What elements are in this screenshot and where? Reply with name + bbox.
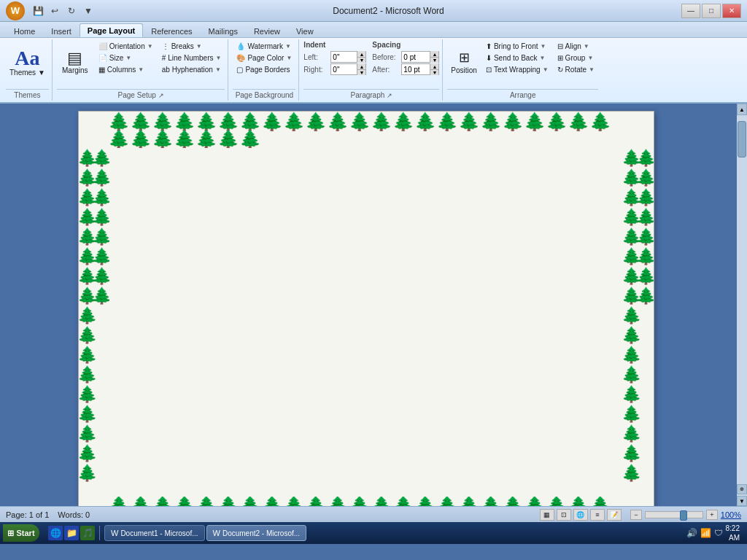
spacing-before-input[interactable]	[402, 53, 430, 61]
full-screen-btn[interactable]: ⊡	[557, 509, 571, 521]
indent-right-down[interactable]: ▼	[357, 69, 365, 75]
group-button[interactable]: ⊞ Group ▼	[554, 52, 598, 63]
ribbon-group-arrange: ⊞ Position ⬆ Bring to Front ▼ ⬇ Send to …	[444, 39, 601, 101]
columns-button[interactable]: ▦ Columns ▼	[95, 64, 157, 75]
tab-review[interactable]: Review	[246, 24, 288, 37]
zoom-slider-thumb[interactable]	[680, 510, 687, 521]
text-wrapping-label: Text Wrapping	[494, 66, 541, 74]
zoom-out-btn[interactable]: −	[630, 510, 642, 520]
rotate-button[interactable]: ↻ Rotate ▼	[554, 64, 598, 75]
ie-btn[interactable]: 🌐	[48, 526, 63, 540]
ribbon-group-themes: Aa Themes ▼ Themes	[3, 39, 53, 101]
office-button[interactable]: W	[6, 1, 25, 20]
bring-to-front-button[interactable]: ⬆ Bring to Front ▼	[482, 41, 552, 52]
indent-left-down[interactable]: ▼	[357, 57, 365, 63]
spacing-after-down[interactable]: ▼	[430, 69, 438, 75]
zoom-controls: − + 100%	[630, 510, 741, 520]
main-content: Home Insert Page Layout References Maili…	[0, 22, 747, 522]
spacing-before-up[interactable]: ▲	[430, 51, 438, 57]
zoom-in-btn[interactable]: +	[706, 510, 718, 520]
explorer-btn[interactable]: 📁	[64, 526, 79, 540]
tab-page-layout[interactable]: Page Layout	[80, 23, 143, 37]
indent-right-field[interactable]: ▲ ▼	[330, 63, 366, 75]
zoom-level[interactable]: 100%	[721, 510, 741, 519]
minimize-button[interactable]: —	[681, 4, 700, 18]
rotate-icon: ↻	[557, 66, 563, 74]
maximize-button[interactable]: □	[702, 4, 721, 18]
draft-btn[interactable]: 📝	[607, 509, 622, 521]
clock-time: 8:22	[726, 524, 740, 533]
tab-insert[interactable]: Insert	[43, 24, 80, 37]
customize-quick-btn[interactable]: ▼	[81, 4, 96, 18]
quick-launch: 🌐 📁 🎵	[48, 526, 95, 540]
scroll-up-arrow[interactable]: ▲	[737, 104, 747, 115]
themes-button[interactable]: Aa Themes ▼	[6, 41, 49, 85]
tree-icon-bottom: 🌲🌲🌲🌲🌲🌲🌲🌲🌲🌲🌲🌲🌲🌲🌲🌲🌲🌲🌲🌲🌲🌲🌲🌲🌲🌲🌲🌲🌲🌲	[108, 497, 624, 506]
paragraph-group-label: Paragraph ↗	[303, 89, 439, 99]
tab-references[interactable]: References	[143, 24, 200, 37]
page-color-button[interactable]: 🎨 Page Color ▼	[233, 52, 295, 63]
indent-left-field[interactable]: ▲ ▼	[330, 51, 366, 63]
watermark-button[interactable]: 💧 Watermark ▼	[233, 41, 295, 52]
outline-btn[interactable]: ≡	[590, 509, 605, 521]
margins-button[interactable]: ▤ Margins	[57, 41, 93, 85]
hyphenation-icon: ab	[162, 66, 170, 74]
align-icon: ⊟	[557, 42, 563, 50]
view-buttons: ▦ ⊡ 🌐 ≡ 📝	[540, 509, 622, 521]
tree-border-bottom: 🌲🌲🌲🌲🌲🌲🌲🌲🌲🌲🌲🌲🌲🌲🌲🌲🌲🌲🌲🌲🌲🌲🌲🌲🌲🌲🌲🌲🌲🌲	[79, 497, 654, 506]
spacing-before-field[interactable]: ▲ ▼	[401, 51, 439, 63]
indent-left-up[interactable]: ▲	[357, 51, 365, 57]
line-numbers-button[interactable]: # Line Numbers ▼	[158, 52, 225, 63]
window-title: Document2 - Microsoft Word	[96, 6, 681, 16]
tray-icon-1[interactable]: 🔊	[686, 528, 697, 538]
indent-right-input[interactable]	[331, 66, 357, 74]
zoom-slider[interactable]	[645, 511, 703, 518]
scroll-thumb[interactable]	[738, 121, 746, 158]
scroll-track	[737, 115, 747, 484]
clock[interactable]: 8:22 AM	[726, 524, 740, 542]
send-to-back-button[interactable]: ⬇ Send to Back ▼	[482, 52, 552, 63]
arrange-col2: ⊟ Align ▼ ⊞ Group ▼ ↻ Rotate ▼	[554, 41, 598, 75]
close-button[interactable]: ✕	[722, 4, 741, 18]
spacing-after-up[interactable]: ▲	[430, 63, 438, 69]
ribbon-group-paragraph: Indent Left: ▲ ▼ Right:	[301, 39, 443, 101]
size-button[interactable]: 📄 Size ▼	[95, 52, 157, 63]
spacing-after-field[interactable]: ▲ ▼	[401, 63, 439, 75]
tray-icon-2[interactable]: 📶	[700, 528, 711, 538]
spacing-section: Spacing Before: ▲ ▼ After:	[372, 41, 439, 75]
page-content[interactable]	[109, 148, 623, 497]
spacing-before-row: Before: ▲ ▼	[372, 51, 439, 63]
scroll-down-arrow[interactable]: ▼	[737, 496, 747, 506]
margins-icon: ▤	[67, 50, 82, 66]
tab-view[interactable]: View	[288, 24, 322, 37]
taskbar-doc2[interactable]: W Document2 - Microsof...	[206, 525, 307, 541]
bring-to-front-icon: ⬆	[486, 42, 492, 50]
taskbar-doc2-label: Document2 - Microsof...	[222, 529, 300, 537]
document-canvas: 🌲🌲🌲🌲🌲🌲🌲🌲🌲🌲🌲🌲🌲🌲🌲🌲🌲🌲🌲🌲🌲🌲🌲🌲🌲🌲🌲🌲🌲🌲 🌲🌲🌲🌲🌲🌲🌲🌲🌲…	[0, 104, 737, 506]
print-layout-btn[interactable]: ▦	[540, 509, 554, 521]
web-layout-btn[interactable]: 🌐	[573, 509, 588, 521]
align-button[interactable]: ⊟ Align ▼	[554, 41, 598, 52]
indent-left-input[interactable]	[331, 53, 357, 61]
spacing-after-input[interactable]	[402, 66, 430, 74]
tray-security[interactable]: 🛡	[714, 528, 723, 538]
indent-right-up[interactable]: ▲	[357, 63, 365, 69]
undo-quick-btn[interactable]: ↩	[47, 4, 62, 18]
page-setup-group-label: Page Setup ↗	[57, 89, 225, 99]
vertical-scrollbar[interactable]: ▲ ⊕ ▼	[737, 104, 747, 506]
breaks-button[interactable]: ⋮ Breaks ▼	[158, 41, 225, 52]
position-button[interactable]: ⊞ Position	[447, 41, 481, 85]
text-wrapping-button[interactable]: ⊡ Text Wrapping ▼	[482, 64, 552, 75]
tab-home[interactable]: Home	[6, 24, 43, 37]
media-btn[interactable]: 🎵	[80, 526, 95, 540]
scroll-expand-btn[interactable]: ⊕	[737, 484, 747, 494]
redo-quick-btn[interactable]: ↻	[64, 4, 79, 18]
hyphenation-button[interactable]: ab Hyphenation ▼	[158, 64, 225, 75]
taskbar-doc1[interactable]: W Document1 - Microsof...	[104, 525, 205, 541]
start-button[interactable]: ⊞ Start	[3, 524, 39, 542]
orientation-button[interactable]: ⬜ Orientation ▼	[95, 41, 157, 52]
save-quick-btn[interactable]: 💾	[31, 4, 45, 18]
page-borders-button[interactable]: ▢ Page Borders	[233, 64, 295, 75]
spacing-before-down[interactable]: ▼	[430, 57, 438, 63]
tab-mailings[interactable]: Mailings	[201, 24, 246, 37]
